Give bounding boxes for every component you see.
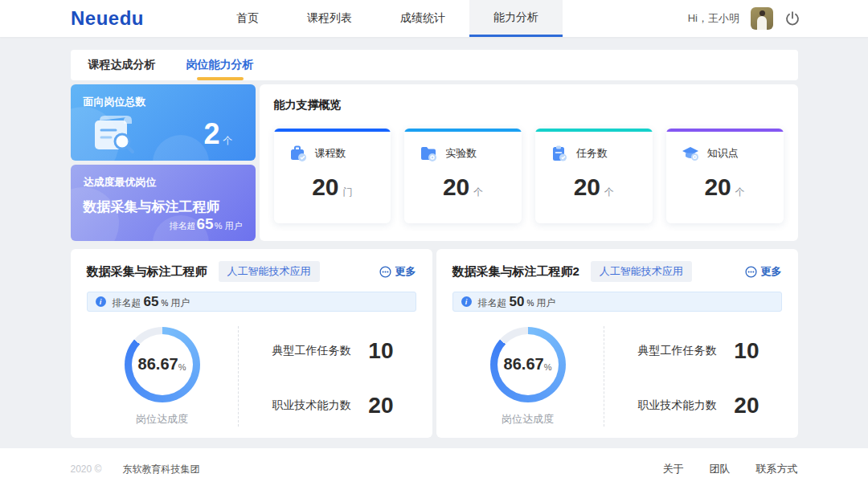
company-name: 东软教育科技集团 <box>122 463 199 476</box>
job-title: 数据采集与标注工程师2 <box>452 264 579 280</box>
page-body: 课程达成分析 岗位能力分析 面向岗位总数 2 <box>0 37 868 448</box>
stat-card-value: 20个 <box>404 174 522 201</box>
scroll-search-icon <box>88 111 146 156</box>
overview-title: 能力支撑概览 <box>274 98 784 112</box>
job-tag: 人工智能技术应用 <box>591 261 692 282</box>
user-avatar[interactable] <box>751 7 773 30</box>
user-greeting: Hi，王小明 <box>688 11 739 26</box>
stat-card-value: 20个 <box>666 174 784 201</box>
footer-link-about[interactable]: 关于 <box>663 462 684 476</box>
tab-course-achievement[interactable]: 课程达成分析 <box>88 51 156 80</box>
stat-card-label: 知识点 <box>707 146 739 161</box>
page-footer: 2020 © 东软教育科技集团 关于 团队 联系方式 <box>0 448 868 490</box>
best-job-label: 达成度最优岗位 <box>84 175 243 190</box>
footer-link-team[interactable]: 团队 <box>710 462 731 476</box>
more-button[interactable]: 更多 <box>745 264 782 279</box>
info-icon: i <box>96 296 106 307</box>
clipboard-icon <box>550 144 569 163</box>
more-button[interactable]: 更多 <box>379 264 416 279</box>
ability-support-overview: 能力支撑概览 课程数 20门 <box>260 84 798 241</box>
stat-card-experiments: 实验数 20个 <box>404 129 522 223</box>
stat-card-knowledge: 知识点 20个 <box>666 129 784 223</box>
logout-power-icon[interactable] <box>784 10 800 27</box>
total-jobs-unit: 个 <box>223 135 233 146</box>
stat-row-tasks: 典型工作任务数 10 <box>272 338 394 364</box>
ellipsis-circle-icon <box>745 266 757 278</box>
nav-item-grades[interactable]: 成绩统计 <box>376 0 469 37</box>
best-job-card: 达成度最优岗位 数据采集与标注工程师 排名超65% 用户 <box>71 165 256 241</box>
top-navbar: Neuedu 首页 课程列表 成绩统计 能力分析 Hi，王小明 <box>0 0 868 37</box>
analysis-tabs: 课程达成分析 岗位能力分析 <box>71 50 798 80</box>
nav-item-courses[interactable]: 课程列表 <box>283 0 376 37</box>
job-panel-2: 数据采集与标注工程师2 人工智能技术应用 更多 i 排名超50%用户 86. <box>436 249 798 438</box>
copyright-year: 2020 © <box>71 463 102 475</box>
stat-card-label: 课程数 <box>315 146 346 161</box>
footer-link-contact[interactable]: 联系方式 <box>756 462 798 476</box>
stat-card-label: 任务数 <box>576 146 608 161</box>
job-panel-1: 数据采集与标注工程师 人工智能技术应用 更多 i 排名超65%用户 86.6 <box>71 249 432 438</box>
total-jobs-label: 面向岗位总数 <box>84 95 243 109</box>
folder-icon <box>419 144 438 163</box>
stat-card-value: 20个 <box>535 174 653 201</box>
stat-row-tasks: 典型工作任务数 10 <box>638 338 760 364</box>
best-job-rank: 排名超65% 用户 <box>170 215 243 233</box>
rank-info-bar: i 排名超65%用户 <box>87 292 416 312</box>
stat-card-label: 实验数 <box>445 146 477 161</box>
total-jobs-card: 面向岗位总数 2个 <box>71 84 256 161</box>
job-tag: 人工智能技术应用 <box>219 261 320 282</box>
gauge-label: 岗位达成度 <box>136 412 188 427</box>
rank-info-bar: i 排名超50%用户 <box>452 292 782 312</box>
gauge-label: 岗位达成度 <box>502 412 554 427</box>
main-nav: 首页 课程列表 成绩统计 能力分析 <box>212 0 563 37</box>
logo[interactable]: Neuedu <box>71 7 144 30</box>
stat-row-skills: 职业技术能力数 20 <box>272 393 394 419</box>
graduation-icon <box>681 144 700 163</box>
stat-card-tasks: 任务数 20个 <box>535 129 653 223</box>
nav-item-ability[interactable]: 能力分析 <box>469 0 563 37</box>
achievement-donut-chart: 86.67% <box>125 327 200 402</box>
total-jobs-value: 2个 <box>203 120 232 149</box>
best-job-name: 数据采集与标注工程师 <box>84 198 243 216</box>
info-icon: i <box>461 296 472 307</box>
tab-job-ability[interactable]: 岗位能力分析 <box>186 51 254 80</box>
stat-card-value: 20门 <box>274 174 391 201</box>
achievement-donut-chart: 86.67% <box>490 327 566 402</box>
ellipsis-circle-icon <box>379 266 391 278</box>
job-title: 数据采集与标注工程师 <box>87 264 207 280</box>
stat-row-skills: 职业技术能力数 20 <box>638 393 760 419</box>
nav-item-home[interactable]: 首页 <box>212 0 283 37</box>
stat-card-courses: 课程数 20门 <box>274 129 391 223</box>
bag-icon <box>289 144 308 163</box>
